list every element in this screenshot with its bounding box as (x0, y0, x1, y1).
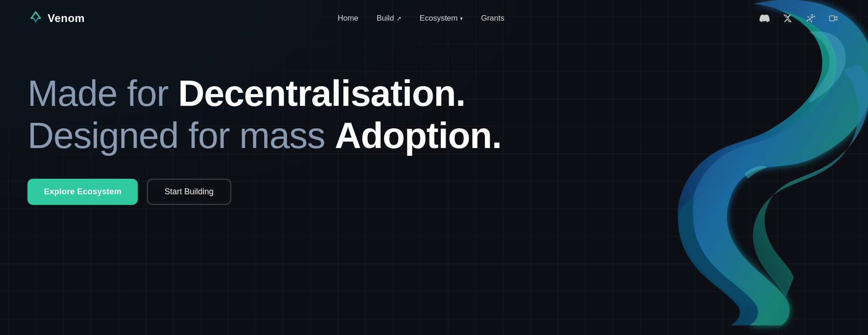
nav-ecosystem[interactable]: Ecosystem ▾ (420, 14, 463, 23)
ecosystem-chevron-icon: ▾ (460, 16, 463, 22)
twitter-icon[interactable] (780, 11, 795, 26)
build-external-icon: ↗ (396, 15, 401, 22)
discord-icon[interactable] (757, 11, 772, 26)
explore-ecosystem-button[interactable]: Explore Ecosystem (27, 179, 138, 205)
nav-build[interactable]: Build ↗ (377, 14, 401, 23)
hero-title-line1: Made for Decentralisation. (27, 73, 841, 114)
social-links (757, 11, 841, 26)
nav-grants[interactable]: Grants (481, 14, 505, 23)
gitbook-icon[interactable] (803, 11, 818, 26)
video-icon[interactable] (826, 11, 841, 26)
nav-links: Home Build ↗ Ecosystem ▾ Grants (337, 14, 504, 23)
hero-buttons: Explore Ecosystem Start Building (27, 179, 841, 205)
hero-title-line2: Designed for mass Adoption. (27, 115, 841, 156)
venom-logo-icon (27, 10, 44, 27)
nav-home[interactable]: Home (337, 14, 358, 23)
hero-section: Made for Decentralisation. Designed for … (0, 37, 868, 205)
start-building-button[interactable]: Start Building (147, 179, 231, 205)
logo-container[interactable]: Venom (27, 10, 85, 27)
logo-text: Venom (48, 12, 85, 25)
navbar: Venom Home Build ↗ Ecosystem ▾ Grants (0, 0, 868, 37)
